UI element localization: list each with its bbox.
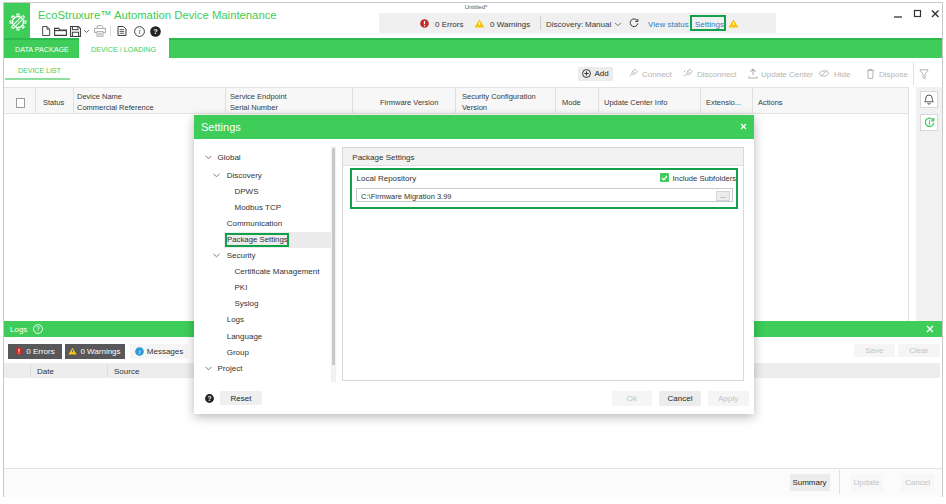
svg-text:?: ? — [207, 394, 211, 401]
